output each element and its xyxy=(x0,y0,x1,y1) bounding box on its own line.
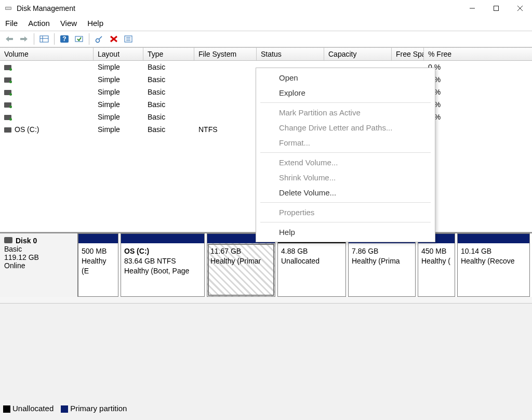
col-volume[interactable]: Volume xyxy=(0,48,94,60)
disk-type: Basic xyxy=(4,245,73,253)
disk-row[interactable]: Disk 0 Basic 119.12 GB Online 500 MBHeal… xyxy=(0,233,532,297)
partition-status: Healthy (Boot, Page xyxy=(124,266,201,276)
legend-swatch-unallocated xyxy=(3,405,10,413)
volume-layout: Simple xyxy=(94,125,143,134)
svg-point-14 xyxy=(96,38,100,42)
context-menu: OpenExploreMark Partition as ActiveChang… xyxy=(256,68,435,242)
disk-graphical-view: Disk 0 Basic 119.12 GB Online 500 MBHeal… xyxy=(0,232,532,303)
delete-button[interactable] xyxy=(108,33,120,45)
partition[interactable]: 4.88 GBUnallocated xyxy=(277,233,346,297)
disk-icon xyxy=(4,237,12,243)
window-title: Disk Management xyxy=(17,4,75,12)
volume-list-header: Volume Layout Type File System Status Ca… xyxy=(0,47,532,61)
partition[interactable]: 500 MBHealthy (E xyxy=(78,233,118,297)
col-layout[interactable]: Layout xyxy=(94,48,143,60)
svg-rect-8 xyxy=(40,36,48,42)
partition-title: OS (C:) xyxy=(124,246,201,256)
disk-status: Online xyxy=(4,261,73,270)
partitions: 500 MBHealthy (EOS (C:)83.64 GB NTFSHeal… xyxy=(78,233,532,297)
partition-size: 7.86 GB xyxy=(352,246,412,256)
volume-icon xyxy=(4,90,11,95)
volume-icon xyxy=(4,127,11,133)
volume-type: Basic xyxy=(143,125,194,134)
forward-button[interactable] xyxy=(18,33,30,45)
context-menu-item: Format... xyxy=(256,135,435,150)
partition-cap xyxy=(121,234,204,243)
volume-icon xyxy=(4,102,11,108)
toolbar-separator xyxy=(34,33,34,45)
col-percent-free[interactable]: % Free xyxy=(424,48,532,60)
partition-cap xyxy=(78,234,118,243)
legend-label-primary: Primary partition xyxy=(70,404,127,413)
volume-layout: Simple xyxy=(94,113,143,121)
partition-status: Healthy ( xyxy=(421,256,451,266)
context-menu-item[interactable]: Delete Volume... xyxy=(256,185,435,200)
col-free-space[interactable]: Free Spa xyxy=(392,48,424,60)
volume-name: OS (C:) xyxy=(15,125,39,134)
partition[interactable]: 7.86 GBHealthy (Prima xyxy=(348,233,416,297)
partition-status: Healthy (E xyxy=(82,256,115,276)
minimize-button[interactable] xyxy=(460,0,484,17)
properties-button[interactable] xyxy=(122,33,135,45)
partition-status: Healthy (Recove xyxy=(461,256,526,266)
partition-size: 11.67 GB xyxy=(210,246,272,256)
volume-icon xyxy=(4,77,11,83)
app-icon xyxy=(4,4,12,12)
col-type[interactable]: Type xyxy=(143,48,194,60)
disk-info[interactable]: Disk 0 Basic 119.12 GB Online xyxy=(0,233,78,297)
settings-button[interactable] xyxy=(93,33,105,45)
context-menu-item[interactable]: Explore xyxy=(256,85,435,100)
menu-file[interactable]: File xyxy=(5,19,18,28)
partition-status: Healthy (Prima xyxy=(352,256,412,266)
partition[interactable]: 10.14 GBHealthy (Recove xyxy=(457,233,530,297)
partition[interactable]: 11.67 GBHealthy (Primar xyxy=(207,233,275,297)
back-button[interactable] xyxy=(3,33,16,45)
context-menu-item: Shrink Volume... xyxy=(256,170,435,185)
volume-filesystem: NTFS xyxy=(194,125,257,134)
partition-status: Unallocated xyxy=(281,256,342,266)
volume-layout: Simple xyxy=(94,100,143,109)
context-menu-separator xyxy=(260,102,431,103)
context-menu-item: Extend Volume... xyxy=(256,155,435,170)
volume-type: Basic xyxy=(143,75,194,84)
svg-rect-6 xyxy=(9,38,13,40)
svg-line-15 xyxy=(99,36,102,39)
context-menu-item[interactable]: Help xyxy=(256,225,435,240)
partition[interactable]: OS (C:)83.64 GB NTFSHealthy (Boot, Page xyxy=(121,233,205,297)
show-hide-console-button[interactable] xyxy=(38,33,50,45)
titlebar: Disk Management xyxy=(0,0,532,17)
context-menu-item: Mark Partition as Active xyxy=(256,105,435,120)
volume-type: Basic xyxy=(143,113,194,121)
maximize-button[interactable] xyxy=(484,0,508,17)
action-button[interactable] xyxy=(73,33,85,45)
menu-view[interactable]: View xyxy=(60,19,77,28)
toolbar-separator xyxy=(54,33,55,45)
close-button[interactable] xyxy=(508,0,532,17)
partition-size: 10.14 GB xyxy=(461,246,526,256)
volume-icon xyxy=(4,65,11,70)
partition[interactable]: 450 MBHealthy ( xyxy=(418,233,455,297)
menubar: File Action View Help xyxy=(0,17,532,31)
menu-action[interactable]: Action xyxy=(28,19,50,28)
partition-size: 500 MB xyxy=(82,246,115,256)
volume-layout: Simple xyxy=(94,63,143,71)
toolbar-separator xyxy=(89,33,89,45)
context-menu-separator xyxy=(260,222,431,222)
col-filesystem[interactable]: File System xyxy=(194,48,257,60)
partition-size: 4.88 GB xyxy=(281,246,342,256)
volume-type: Basic xyxy=(143,63,194,71)
svg-text:?: ? xyxy=(62,35,66,43)
legend: Unallocated Primary partition xyxy=(3,404,127,413)
help-button[interactable]: ? xyxy=(58,33,71,45)
empty-area xyxy=(0,303,532,420)
menu-help[interactable]: Help xyxy=(87,19,103,28)
context-menu-separator xyxy=(260,152,431,153)
volume-type: Basic xyxy=(143,100,194,109)
partition-status: Healthy (Primar xyxy=(210,256,272,266)
context-menu-item: Change Drive Letter and Paths... xyxy=(256,120,435,135)
context-menu-item[interactable]: Open xyxy=(256,70,435,85)
context-menu-item: Properties xyxy=(256,205,435,220)
col-status[interactable]: Status xyxy=(257,48,324,60)
col-capacity[interactable]: Capacity xyxy=(324,48,392,60)
partition-size: 450 MB xyxy=(421,246,451,256)
